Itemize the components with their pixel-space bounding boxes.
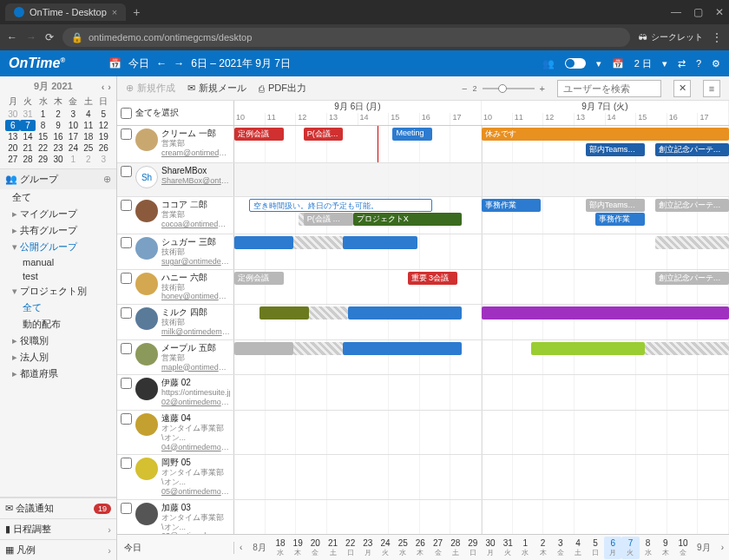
schedule-lane[interactable] (234, 305, 729, 339)
chevron-down-icon[interactable]: ▾ (596, 58, 601, 69)
row-checkbox[interactable] (121, 273, 132, 284)
sidebar-publicgroup[interactable]: 公開グループ (0, 239, 116, 255)
strip-day[interactable]: 18水 (272, 537, 289, 559)
gear-icon[interactable]: ⚙ (712, 58, 720, 69)
strip-day[interactable]: 6月 (604, 537, 621, 559)
minical-day[interactable]: 7 (20, 120, 35, 131)
close-window-icon[interactable]: ✕ (715, 6, 724, 18)
strip-day[interactable]: 20金 (306, 537, 324, 559)
person-mail[interactable]: cocoa@ontimedemo.c... (161, 220, 230, 229)
event-block[interactable]: 創立記念パーティー (655, 143, 730, 156)
sidebar-mygroup[interactable]: マイグループ (0, 206, 116, 222)
today-label[interactable]: 今日 (117, 542, 234, 554)
zoom-out[interactable]: − (462, 83, 467, 94)
minical-day[interactable]: 15 (36, 131, 50, 142)
event-block[interactable] (234, 236, 293, 249)
strip-day[interactable]: 9木 (657, 537, 674, 559)
minical-day[interactable]: 24 (66, 142, 81, 154)
person-mail[interactable]: 02@ontimedemo.com (161, 398, 230, 407)
person-mail[interactable]: ShareMBox@ontimed... (161, 176, 230, 186)
schedule-lane[interactable] (234, 500, 729, 534)
minimize-icon[interactable]: — (671, 6, 681, 18)
minical-day[interactable]: 2 (81, 154, 95, 165)
filter-icon[interactable]: ≡ (703, 80, 720, 97)
event-block[interactable] (293, 342, 343, 355)
minical-day[interactable]: 21 (20, 142, 35, 154)
legend-row[interactable]: ▦ 凡例 › (0, 539, 116, 560)
event-block[interactable]: 定例会議 (234, 272, 284, 285)
strip-day[interactable]: 1水 (516, 537, 534, 559)
minical-day[interactable]: 12 (96, 120, 111, 131)
event-block[interactable]: 事務作業 (595, 213, 645, 226)
minical-day[interactable]: 23 (50, 142, 65, 154)
browser-tab[interactable]: OnTime - Desktop × (5, 3, 126, 21)
strip-day[interactable]: 30月 (482, 537, 499, 559)
pdf-export-button[interactable]: ⎙PDF出力 (259, 82, 306, 95)
event-block[interactable]: Meeting (392, 128, 432, 141)
minical-day[interactable]: 27 (5, 154, 20, 165)
event-block[interactable] (655, 236, 730, 249)
event-block[interactable]: プロジェクトX (353, 213, 462, 226)
sidebar-pref[interactable]: 都道府県 (0, 366, 116, 382)
reload-icon[interactable]: ⟳ (45, 31, 54, 43)
strip-day[interactable]: 10金 (674, 537, 692, 559)
schedule-adjust[interactable]: ▮ 日程調整 › (0, 518, 116, 539)
chevron-down-icon[interactable]: ▾ (662, 58, 667, 69)
zoom-in[interactable]: + (540, 83, 545, 94)
event-block[interactable] (234, 342, 293, 355)
strip-day[interactable]: 28土 (447, 537, 464, 559)
strip-day[interactable]: 26木 (411, 537, 429, 559)
minical-day[interactable]: 20 (5, 142, 20, 154)
minical-day[interactable]: 19 (96, 131, 111, 142)
strip-day[interactable]: 4土 (569, 537, 587, 559)
event-block[interactable]: 事務作業 (482, 199, 541, 212)
event-block[interactable] (293, 236, 343, 249)
group-item[interactable]: 全て (0, 300, 116, 316)
strip-next-icon[interactable]: › (716, 543, 729, 552)
event-block[interactable]: 部内Teamsミ… (586, 199, 645, 212)
row-checkbox[interactable] (121, 200, 132, 211)
calendar-icon[interactable]: 📅 (108, 57, 122, 69)
event-block[interactable]: 部内Teamsミ… (586, 143, 645, 156)
strip-day[interactable]: 22日 (342, 537, 359, 559)
select-all-checkbox[interactable] (121, 108, 132, 119)
minical-day[interactable]: 9 (50, 120, 65, 131)
sidebar-role[interactable]: 役職別 (0, 333, 116, 349)
row-checkbox[interactable] (121, 413, 132, 425)
strip-day[interactable]: 5日 (587, 537, 604, 559)
event-block[interactable] (645, 342, 729, 355)
event-block[interactable]: P(会議 … (304, 213, 353, 226)
minical-day[interactable]: 29 (36, 154, 50, 165)
minical-day[interactable]: 4 (81, 109, 95, 120)
minical-next-icon[interactable]: › (108, 82, 111, 92)
browser-menu-icon[interactable]: ⋮ (712, 31, 722, 43)
row-checkbox[interactable] (121, 378, 132, 389)
minical-day[interactable]: 26 (96, 142, 111, 154)
help-icon[interactable]: ? (696, 58, 701, 69)
person-mail[interactable]: cream@ontimedemo.c... (161, 148, 230, 158)
row-checkbox[interactable] (121, 307, 132, 319)
calendar-small-icon[interactable]: 📅 (612, 58, 624, 69)
schedule-lane[interactable] (234, 234, 729, 269)
address-bar[interactable]: 🔒 ontimedemo.com/ontimegcms/desktop (62, 28, 630, 47)
incognito-indicator[interactable]: 🕶 シークレット (639, 31, 703, 43)
strip-day[interactable]: 31火 (499, 537, 516, 559)
schedule-lane[interactable] (234, 163, 729, 196)
group-item[interactable]: test (0, 269, 116, 283)
strip-day[interactable]: 8水 (640, 537, 657, 559)
event-block[interactable]: 定例会議 (234, 128, 284, 141)
event-block[interactable] (482, 306, 729, 320)
schedule-lane[interactable]: 空き時間扱い。終日の予定も可能。P(会議 …プロジェクトX事務作業部内Teams… (234, 197, 729, 234)
person-mail[interactable]: 04@ontimedemo.com (161, 443, 230, 452)
minical-day[interactable]: 14 (20, 131, 35, 142)
minical-prev-icon[interactable]: ‹ (102, 82, 105, 92)
back-icon[interactable]: ← (7, 31, 17, 43)
schedule-lane[interactable]: 定例会議P(会議 …Meeting休みです部内Teamsミ…創立記念パーティー (234, 126, 729, 162)
minical-day[interactable]: 31 (20, 109, 35, 120)
row-checkbox[interactable] (121, 237, 132, 248)
search-input[interactable] (557, 80, 661, 97)
minical-day[interactable]: 28 (20, 154, 35, 165)
event-block[interactable] (343, 236, 417, 249)
strip-day[interactable]: 21土 (324, 537, 341, 559)
strip-prev-icon[interactable]: ‹ (234, 543, 247, 552)
